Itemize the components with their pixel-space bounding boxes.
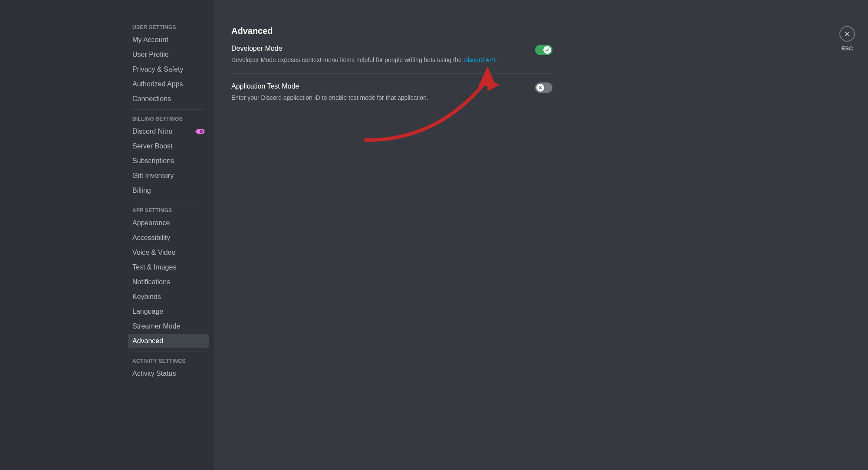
settings-content: Advanced Developer Mode Developer Mode e… xyxy=(214,0,868,470)
check-icon xyxy=(545,48,549,52)
sidebar-item-label: Streamer Mode xyxy=(132,322,180,331)
page-title: Advanced xyxy=(231,26,552,36)
sidebar-separator xyxy=(132,201,204,201)
sidebar-section-header: USER SETTINGS xyxy=(128,22,209,33)
sidebar-item-server-boost[interactable]: Server Boost xyxy=(128,139,209,153)
sidebar-item-voice-video[interactable]: Voice & Video xyxy=(128,246,209,260)
close-area: ESC xyxy=(839,26,855,52)
sidebar-item-notifications[interactable]: Notifications xyxy=(128,275,209,289)
toggle-knob xyxy=(543,46,551,54)
sidebar-item-label: Appearance xyxy=(132,219,170,227)
setting-developer-mode: Developer Mode Developer Mode exposes co… xyxy=(231,45,552,74)
settings-sidebar: USER SETTINGSMy AccountUser ProfilePriva… xyxy=(0,0,214,470)
sidebar-item-label: Discord Nitro xyxy=(132,127,172,136)
sidebar-item-label: Authorized Apps xyxy=(132,80,183,89)
sidebar-item-privacy-safety[interactable]: Privacy & Safety xyxy=(128,62,209,76)
sidebar-item-label: Language xyxy=(132,307,163,316)
esc-label: ESC xyxy=(842,45,853,52)
sidebar-item-streamer-mode[interactable]: Streamer Mode xyxy=(128,319,209,333)
sidebar-section-header: APP SETTINGS xyxy=(128,205,209,216)
app-test-mode-desc: Enter your Discord application ID to ena… xyxy=(231,94,552,102)
sidebar-item-label: Server Boost xyxy=(132,142,172,151)
sidebar-item-user-profile[interactable]: User Profile xyxy=(128,48,209,62)
sidebar-item-keybinds[interactable]: Keybinds xyxy=(128,290,209,304)
developer-mode-desc: Developer Mode exposes context menu item… xyxy=(231,56,552,65)
sidebar-item-label: Connections xyxy=(132,95,171,103)
sidebar-item-label: Activity Status xyxy=(132,369,176,378)
sidebar-item-label: Voice & Video xyxy=(132,248,175,257)
developer-mode-toggle[interactable] xyxy=(535,45,552,55)
sidebar-item-label: Subscriptions xyxy=(132,157,174,165)
sidebar-item-appearance[interactable]: Appearance xyxy=(128,216,209,230)
sidebar-item-my-account[interactable]: My Account xyxy=(128,33,209,47)
sidebar-item-gift-inventory[interactable]: Gift Inventory xyxy=(128,169,209,183)
app-root: USER SETTINGSMy AccountUser ProfilePriva… xyxy=(0,0,868,470)
sidebar-item-label: Billing xyxy=(132,186,151,195)
sidebar-item-billing[interactable]: Billing xyxy=(128,184,209,197)
sidebar-item-label: Advanced xyxy=(132,337,163,345)
sidebar-item-accessibility[interactable]: Accessibility xyxy=(128,231,209,245)
sidebar-separator xyxy=(132,109,204,110)
x-icon xyxy=(538,85,542,90)
discord-api-link[interactable]: Discord API xyxy=(464,56,495,63)
sidebar-item-label: Text & Images xyxy=(132,263,176,272)
sidebar-section-header: ACTIVITY SETTINGS xyxy=(128,355,209,367)
sidebar-item-label: Keybinds xyxy=(132,293,161,301)
sidebar-item-label: Accessibility xyxy=(132,233,170,242)
setting-app-test-mode: Application Test Mode Enter your Discord… xyxy=(231,82,552,112)
developer-mode-title: Developer Mode xyxy=(231,45,552,53)
sidebar-section-header: BILLING SETTINGS xyxy=(128,113,209,125)
sidebar-item-subscriptions[interactable]: Subscriptions xyxy=(128,154,209,168)
close-icon xyxy=(843,30,851,38)
sidebar-item-label: Privacy & Safety xyxy=(132,65,183,74)
sidebar-item-activity-status[interactable]: Activity Status xyxy=(128,367,209,381)
app-test-mode-title: Application Test Mode xyxy=(231,82,552,90)
svg-point-1 xyxy=(201,131,202,132)
nitro-badge-icon xyxy=(194,128,204,135)
sidebar-item-connections[interactable]: Connections xyxy=(128,92,209,106)
sidebar-separator xyxy=(132,352,204,352)
sidebar-item-language[interactable]: Language xyxy=(128,305,209,319)
app-test-mode-toggle[interactable] xyxy=(535,82,552,93)
sidebar-item-authorized-apps[interactable]: Authorized Apps xyxy=(128,77,209,91)
toggle-knob xyxy=(536,84,544,92)
sidebar-item-label: Notifications xyxy=(132,278,170,286)
close-button[interactable] xyxy=(839,26,855,42)
sidebar-item-text-images[interactable]: Text & Images xyxy=(128,260,209,274)
sidebar-item-discord-nitro[interactable]: Discord Nitro xyxy=(128,125,209,138)
sidebar-item-label: My Account xyxy=(132,36,168,44)
sidebar-item-label: User Profile xyxy=(132,50,169,59)
sidebar-item-label: Gift Inventory xyxy=(132,171,174,180)
sidebar-item-advanced[interactable]: Advanced xyxy=(128,334,209,348)
